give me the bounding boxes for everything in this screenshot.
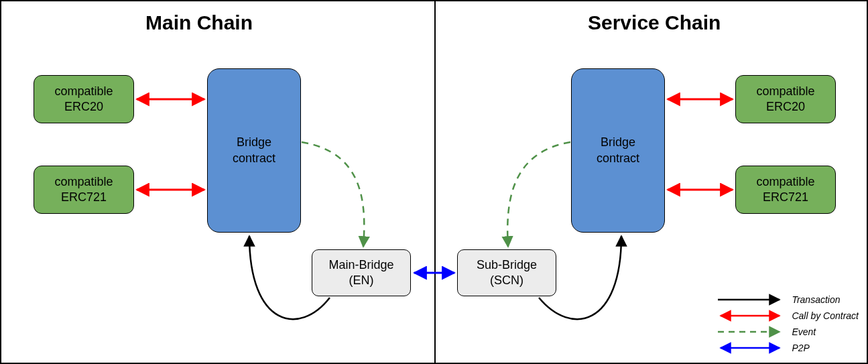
node-left-bridge-contract: Bridge contract bbox=[207, 68, 301, 233]
legend-p2p: P2P bbox=[717, 340, 859, 356]
node-sub-bridge: Sub-Bridge (SCN) bbox=[457, 249, 556, 296]
legend-label-transaction: Transaction bbox=[792, 294, 840, 305]
legend-arrow-transaction-icon bbox=[717, 293, 784, 306]
title-main-chain: Main Chain bbox=[145, 11, 253, 34]
node-right-erc20: compatible ERC20 bbox=[735, 75, 836, 123]
legend-event: Event bbox=[717, 324, 859, 340]
node-main-bridge: Main-Bridge (EN) bbox=[312, 249, 411, 296]
legend-arrow-event-icon bbox=[717, 325, 784, 339]
center-divider bbox=[434, 1, 436, 363]
legend: Transaction Call by Contract Event P2P bbox=[717, 292, 859, 356]
legend-transaction: Transaction bbox=[717, 292, 859, 308]
node-left-erc721: compatible ERC721 bbox=[34, 166, 134, 214]
legend-arrow-p2p-icon bbox=[717, 341, 784, 355]
legend-label-p2p: P2P bbox=[792, 343, 809, 353]
arrow-right-event bbox=[507, 142, 570, 247]
legend-arrow-call-icon bbox=[717, 309, 784, 322]
node-right-bridge-contract: Bridge contract bbox=[571, 68, 665, 233]
arrow-left-event bbox=[302, 142, 364, 247]
node-right-erc721: compatible ERC721 bbox=[735, 166, 836, 214]
title-service-chain: Service Chain bbox=[588, 11, 721, 34]
legend-call-by-contract: Call by Contract bbox=[717, 308, 859, 324]
legend-label-event: Event bbox=[792, 326, 816, 337]
node-left-erc20: compatible ERC20 bbox=[34, 75, 134, 123]
diagram-canvas: Main Chain Service Chain compatible ERC2… bbox=[0, 0, 868, 364]
legend-label-call: Call by Contract bbox=[792, 310, 859, 321]
